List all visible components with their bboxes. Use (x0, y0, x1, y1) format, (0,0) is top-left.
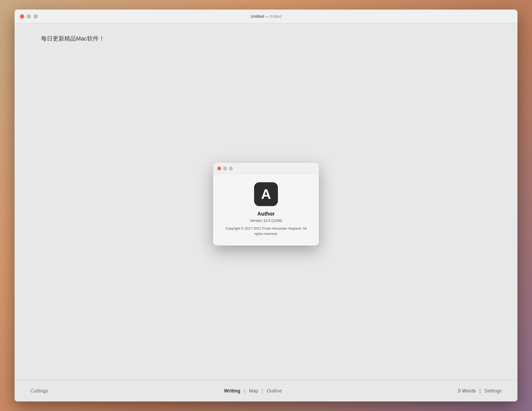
separator-2: | (262, 388, 263, 394)
outline-tab[interactable]: Outline (267, 388, 282, 394)
window-title: Untitled — Edited (251, 14, 282, 19)
maximize-button[interactable] (34, 14, 38, 19)
map-tab[interactable]: Map (249, 388, 258, 394)
app-name: Author (257, 211, 275, 217)
separator-3: | (479, 388, 481, 394)
word-count: 5 Words (458, 388, 476, 394)
dialog-traffic-lights (217, 167, 233, 170)
about-dialog: A Author Version 10.5 (1436) Copyright ©… (213, 163, 319, 245)
writing-tab[interactable]: Writing (224, 388, 240, 394)
editor-content: 每日更新精品Mac软件！ (41, 34, 491, 43)
dialog-minimize-button[interactable] (223, 167, 227, 170)
app-version: Version 10.5 (1436) (250, 218, 282, 223)
minimize-button[interactable] (27, 14, 31, 19)
title-edited: Edited (270, 14, 282, 19)
dialog-maximize-button[interactable] (229, 167, 233, 170)
dialog-close-button[interactable] (217, 167, 221, 170)
close-button[interactable] (20, 14, 24, 19)
app-copyright: Copyright © 2017-2021 Frode Alexander He… (221, 226, 311, 236)
dialog-content: A Author Version 10.5 (1436) Copyright ©… (213, 174, 319, 245)
traffic-lights (20, 14, 38, 19)
main-window: Untitled — Edited 每日更新精品Mac软件！ A (15, 10, 517, 401)
title-text: Untitled (251, 14, 264, 19)
content-area: 每日更新精品Mac软件！ A Author Version 10.5 (1436… (15, 23, 517, 401)
title-bar: Untitled — Edited (15, 10, 517, 23)
separator-1: | (244, 388, 245, 394)
view-tabs: Writing | Map | Outline (224, 388, 282, 394)
cuttings-button[interactable]: Cuttings (30, 388, 48, 394)
title-separator: — (265, 14, 270, 19)
bottom-bar: Cuttings Writing | Map | Outline 5 Words… (15, 380, 517, 401)
bottom-right: 5 Words | Settings (458, 388, 502, 394)
app-icon: A (254, 182, 278, 206)
svg-text:A: A (261, 186, 271, 202)
dialog-title-bar (213, 163, 319, 174)
settings-button[interactable]: Settings (484, 388, 502, 394)
